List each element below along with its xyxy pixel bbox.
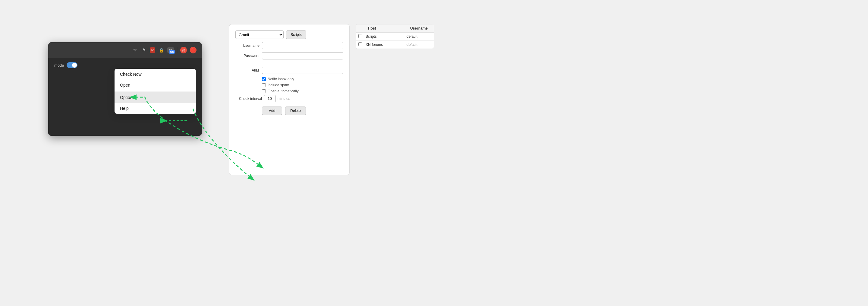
include-spam-label: Include spam: [268, 83, 289, 87]
form-actions: Add Delete: [236, 107, 343, 115]
row2-username: default: [407, 43, 434, 47]
username-row: Username: [236, 42, 343, 49]
notify-inbox-checkbox[interactable]: [262, 77, 266, 81]
password-label: Password: [236, 54, 259, 58]
open-auto-label: Open automatically: [268, 89, 299, 93]
open-auto-checkbox[interactable]: [262, 89, 266, 93]
scripts-button[interactable]: Scripts: [286, 30, 306, 39]
compass-icon[interactable]: ◎: [180, 47, 187, 53]
open-auto-row: Open automatically: [236, 89, 343, 93]
th-checkbox: [356, 24, 364, 32]
row1-checkbox[interactable]: [358, 34, 362, 38]
menu-item-open[interactable]: Open: [115, 80, 196, 90]
row2-checkbox-cell: [356, 42, 364, 47]
toolbar-divider: [177, 47, 177, 53]
email-icon-wrap: ✉ US: [167, 47, 174, 53]
th-host: Host: [364, 24, 407, 32]
notification-icon[interactable]: 🔴: [190, 47, 196, 53]
add-button[interactable]: Add: [262, 107, 282, 115]
row1-checkbox-cell: [356, 34, 364, 39]
browser-toolbar: ☆ ⚑ R 🔒 ✉ US ◎ 🔴: [48, 42, 202, 58]
r-badge-icon[interactable]: R: [150, 47, 155, 53]
account-selector-row: Gmail Scripts: [236, 30, 343, 39]
right-panel: Gmail Scripts Username Password Alias No…: [229, 24, 440, 175]
table-row: Scripts default: [356, 33, 434, 41]
password-row: Password: [236, 52, 343, 59]
row2-host: XN-forums: [364, 43, 407, 47]
check-interval-label: Check interval: [236, 96, 262, 101]
context-menu: Check Now Open Options Help: [115, 69, 196, 114]
include-spam-checkbox[interactable]: [262, 83, 266, 87]
us-badge: US: [169, 50, 175, 54]
minutes-label: minutes: [278, 96, 290, 101]
row2-checkbox[interactable]: [358, 42, 362, 46]
row1-host: Scripts: [364, 34, 407, 38]
account-select[interactable]: Gmail: [236, 30, 284, 39]
menu-item-help[interactable]: Help: [115, 103, 196, 114]
table-row: XN-forums default: [356, 41, 434, 49]
row1-username: default: [407, 34, 434, 38]
pin-icon[interactable]: ⚑: [141, 47, 147, 53]
browser-panel: ☆ ⚑ R 🔒 ✉ US ◎ 🔴 mode Check Now Open Opt…: [48, 42, 202, 136]
alias-input[interactable]: [262, 67, 343, 74]
menu-item-check-now[interactable]: Check Now: [115, 69, 196, 80]
star-icon[interactable]: ☆: [132, 47, 138, 53]
notify-inbox-row: Notify inbox only: [236, 77, 343, 81]
username-label: Username: [236, 44, 259, 48]
menu-divider: [115, 91, 196, 91]
alias-row: Alias: [236, 67, 343, 74]
table-header: Host Username: [356, 24, 434, 33]
delete-button[interactable]: Delete: [285, 107, 306, 115]
notify-inbox-label: Notify inbox only: [268, 77, 294, 81]
mode-label: mode: [54, 63, 64, 67]
interval-input[interactable]: 10: [264, 95, 276, 102]
th-username: Username: [407, 24, 434, 32]
lock-icon[interactable]: 🔒: [158, 47, 164, 53]
settings-form: Gmail Scripts Username Password Alias No…: [229, 24, 350, 175]
password-input[interactable]: [262, 52, 343, 59]
alias-label: Alias: [236, 68, 259, 73]
accounts-table: Host Username Scripts default XN-forums …: [355, 24, 434, 49]
mode-toggle[interactable]: [67, 62, 78, 68]
menu-item-options[interactable]: Options: [115, 92, 196, 103]
include-spam-row: Include spam: [236, 83, 343, 87]
check-interval-row: Check interval 10 minutes: [236, 95, 343, 102]
username-input[interactable]: [262, 42, 343, 49]
